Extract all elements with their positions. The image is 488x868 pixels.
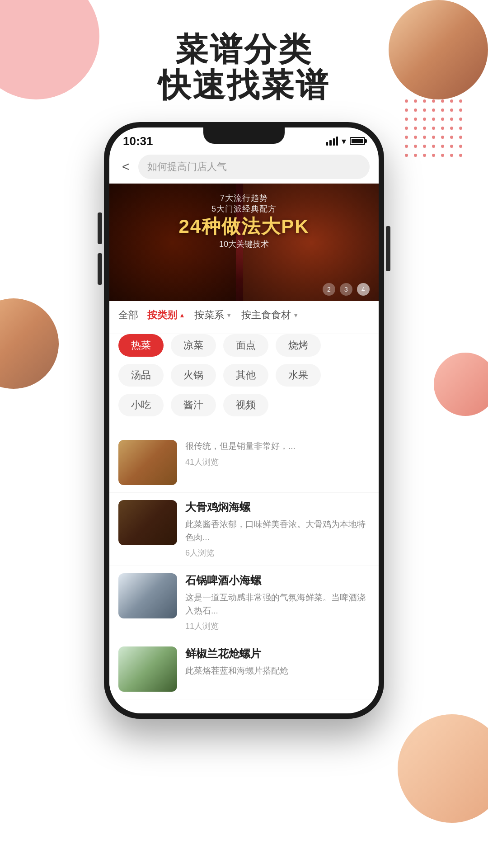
food-blob-bottom-right bbox=[398, 714, 488, 823]
chip-row-1: 热菜 凉菜 面点 烧烤 bbox=[118, 334, 370, 357]
phone-notch bbox=[203, 127, 285, 144]
volume-up-button bbox=[98, 212, 102, 244]
recipe-item-2[interactable]: 大骨鸡焖海螺 此菜酱香浓郁，口味鲜美香浓。大骨鸡为本地特色肉... 6人浏览 bbox=[109, 493, 379, 566]
decoration-circle-right bbox=[434, 353, 488, 416]
banner-line1: 7大流行趋势 bbox=[109, 193, 379, 203]
recipe-views-2: 6人浏览 bbox=[185, 547, 370, 558]
promotional-banner[interactable]: 7大流行趋势 5大门派经典配方 24种做法大PK 10大关键技术 2 3 4 bbox=[109, 184, 379, 301]
wifi-icon: ▾ bbox=[342, 136, 346, 146]
chip-soup[interactable]: 汤品 bbox=[118, 364, 164, 387]
recipe-content-4: 鲜椒兰花炝螺片 此菜烙茬蓝和海螺片搭配炝 bbox=[185, 646, 370, 681]
recipe-item-1[interactable]: 很传统，但是销量非常好，... 41人浏览 bbox=[109, 433, 379, 493]
chip-bbq[interactable]: 烧烤 bbox=[276, 334, 321, 357]
chip-snack[interactable]: 小吃 bbox=[118, 394, 164, 416]
food-blob-left bbox=[0, 298, 59, 389]
recipe-item-3[interactable]: 石锅啤酒小海螺 这是一道互动感非常强的气氛海鲜菜。当啤酒浇入热石... 11人浏… bbox=[109, 566, 379, 639]
recipe-image-3 bbox=[118, 573, 177, 618]
back-button[interactable]: < bbox=[118, 158, 133, 176]
recipe-desc-4: 此菜烙茬蓝和海螺片搭配炝 bbox=[185, 665, 370, 678]
filter-tabs: 全部 按类别 ▲ 按菜系 ▼ 按主食食材 ▼ bbox=[109, 301, 379, 334]
filter-by-ingredient[interactable]: 按主食食材 ▼ bbox=[241, 308, 299, 322]
power-button bbox=[386, 226, 390, 271]
banner-dot-2: 2 bbox=[323, 283, 335, 296]
filter-category-arrow: ▲ bbox=[179, 311, 185, 319]
filter-by-category[interactable]: 按类别 ▲ bbox=[147, 308, 185, 322]
recipe-image-1 bbox=[118, 440, 177, 485]
recipe-title-3: 石锅啤酒小海螺 bbox=[185, 573, 370, 588]
banner-text: 7大流行趋势 5大门派经典配方 24种做法大PK 10大关键技术 bbox=[109, 193, 379, 250]
recipe-desc-3: 这是一道互动感非常强的气氛海鲜菜。当啤酒浇入热石... bbox=[185, 591, 370, 617]
recipe-content-1: 很传统，但是销量非常好，... 41人浏览 bbox=[185, 440, 370, 467]
filter-ingredient-arrow: ▼ bbox=[293, 311, 299, 319]
recipe-content-2: 大骨鸡焖海螺 此菜酱香浓郁，口味鲜美香浓。大骨鸡为本地特色肉... 6人浏览 bbox=[185, 500, 370, 558]
chip-fruit[interactable]: 水果 bbox=[276, 364, 321, 387]
phone-screen: 10:31 ▾ < 如何提高 bbox=[109, 127, 379, 713]
recipe-image-2 bbox=[118, 500, 177, 545]
chip-hotpot[interactable]: 火锅 bbox=[171, 364, 216, 387]
battery-icon bbox=[350, 137, 365, 145]
recipe-desc-2: 此菜酱香浓郁，口味鲜美香浓。大骨鸡为本地特色肉... bbox=[185, 518, 370, 544]
banner-pagination: 2 3 4 bbox=[323, 283, 370, 296]
chip-row-2: 汤品 火锅 其他 水果 bbox=[118, 364, 370, 387]
recipe-desc-1: 很传统，但是销量非常好，... bbox=[185, 440, 370, 453]
filter-all[interactable]: 全部 bbox=[118, 308, 138, 322]
filter-by-cuisine[interactable]: 按菜系 ▼ bbox=[194, 308, 232, 322]
chip-hot[interactable]: 热菜 bbox=[118, 334, 164, 357]
banner-line2: 5大门派经典配方 bbox=[109, 203, 379, 214]
banner-dot-3: 3 bbox=[340, 283, 352, 296]
search-bar-row: < 如何提高门店人气 bbox=[109, 150, 379, 184]
recipe-image-4 bbox=[118, 646, 177, 692]
filter-row: 全部 按类别 ▲ 按菜系 ▼ 按主食食材 ▼ bbox=[118, 308, 370, 322]
phone-mockup: 10:31 ▾ < 如何提高 bbox=[104, 122, 384, 719]
header-title-line1: 菜谱分类 bbox=[0, 32, 488, 67]
header-title-line2: 快速找菜谱 bbox=[0, 67, 488, 103]
signal-icon bbox=[326, 137, 338, 146]
header-text-block: 菜谱分类 快速找菜谱 bbox=[0, 32, 488, 103]
search-input[interactable]: 如何提高门店人气 bbox=[138, 155, 370, 179]
chip-other[interactable]: 其他 bbox=[223, 364, 268, 387]
chip-cold[interactable]: 凉菜 bbox=[171, 334, 216, 357]
chip-row-3: 小吃 酱汁 视频 bbox=[118, 394, 370, 416]
dot-grid-decoration bbox=[405, 99, 465, 160]
recipe-views-3: 11人浏览 bbox=[185, 621, 370, 632]
filter-cuisine-arrow: ▼ bbox=[226, 311, 232, 319]
category-chips: 热菜 凉菜 面点 烧烤 汤品 火锅 其他 水果 小吃 酱汁 视频 bbox=[109, 334, 379, 433]
recipe-views-1: 41人浏览 bbox=[185, 457, 370, 467]
chip-dim[interactable]: 面点 bbox=[223, 334, 268, 357]
banner-main-text: 24种做法大PK bbox=[109, 216, 379, 237]
phone-outer-frame: 10:31 ▾ < 如何提高 bbox=[104, 122, 384, 719]
chip-video[interactable]: 视频 bbox=[223, 394, 268, 416]
recipe-title-4: 鲜椒兰花炝螺片 bbox=[185, 646, 370, 661]
recipe-title-2: 大骨鸡焖海螺 bbox=[185, 500, 370, 514]
banner-dot-4: 4 bbox=[357, 283, 370, 296]
recipe-item-4[interactable]: 鲜椒兰花炝螺片 此菜烙茬蓝和海螺片搭配炝 bbox=[109, 639, 379, 699]
recipe-list: 很传统，但是销量非常好，... 41人浏览 大骨鸡焖海螺 此菜酱香浓郁，口味鲜美… bbox=[109, 433, 379, 708]
chip-sauce[interactable]: 酱汁 bbox=[171, 394, 216, 416]
banner-line3: 10大关键技术 bbox=[109, 239, 379, 250]
recipe-content-3: 石锅啤酒小海螺 这是一道互动感非常强的气氛海鲜菜。当啤酒浇入热石... 11人浏… bbox=[185, 573, 370, 632]
status-icons: ▾ bbox=[326, 136, 365, 146]
volume-down-button bbox=[98, 253, 102, 285]
status-time: 10:31 bbox=[123, 134, 153, 148]
